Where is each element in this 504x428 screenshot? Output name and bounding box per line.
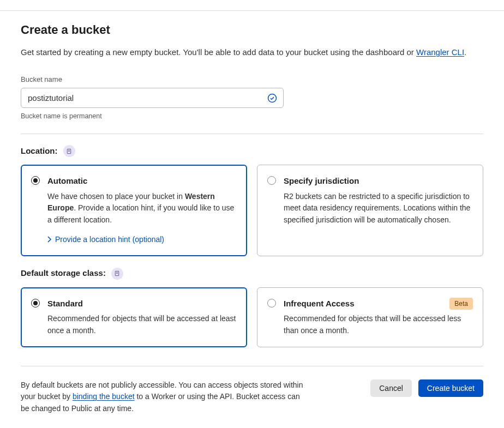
storage-class-label-text: Default storage class: — [21, 267, 106, 280]
storage-option-infrequent[interactable]: Infrequent Access Beta Recommended for o… — [257, 287, 483, 347]
jurisdiction-title: Specify jurisdiction — [284, 175, 359, 188]
chevron-right-icon — [47, 236, 52, 243]
valid-check-icon — [267, 93, 277, 103]
infrequent-desc: Recommended for objects that will be acc… — [284, 313, 473, 336]
storage-class-section-label: Default storage class: — [21, 267, 123, 280]
wrangler-cli-link[interactable]: Wrangler CLI — [416, 47, 464, 57]
location-options-row: Automatic We have chosen to place your b… — [21, 165, 483, 256]
cancel-button[interactable]: Cancel — [370, 379, 412, 397]
binding-bucket-link[interactable]: binding the bucket — [73, 392, 135, 401]
radio-infrequent[interactable] — [267, 299, 276, 308]
footer-text: By default buckets are not publicly acce… — [21, 379, 310, 415]
automatic-body: Automatic We have chosen to place your b… — [47, 175, 237, 246]
svg-point-0 — [268, 94, 277, 102]
bucket-name-helper: Bucket name is permanent — [21, 111, 483, 122]
location-option-jurisdiction[interactable]: Specify jurisdiction R2 buckets can be r… — [257, 165, 483, 256]
storage-class-options-row: Standard Recommended for objects that wi… — [21, 287, 483, 347]
location-hint-text: Provide a location hint (optional) — [55, 234, 164, 245]
intro-prefix: Get started by creating a new empty buck… — [21, 47, 416, 57]
bucket-name-input[interactable] — [21, 88, 284, 108]
infrequent-title: Infrequent Access — [284, 298, 355, 310]
automatic-desc-prefix: We have chosen to place your bucket in — [47, 192, 185, 201]
infrequent-body: Infrequent Access Beta Recommended for o… — [284, 298, 473, 337]
footer-section: By default buckets are not publicly acce… — [21, 366, 483, 415]
radio-automatic[interactable] — [31, 176, 40, 185]
location-label-text: Location: — [21, 145, 58, 158]
standard-desc: Recommended for objects that will be acc… — [47, 313, 237, 336]
automatic-desc-suffix: . Provide a location hint, if you would … — [47, 203, 234, 224]
radio-jurisdiction[interactable] — [267, 176, 276, 185]
bucket-name-input-wrap — [21, 88, 284, 108]
intro-text: Get started by creating a new empty buck… — [21, 46, 483, 59]
page-container: Create a bucket Get started by creating … — [0, 11, 504, 428]
footer-actions: Cancel Create bucket — [370, 379, 483, 397]
bucket-name-label: Bucket name — [21, 74, 483, 85]
beta-badge: Beta — [449, 298, 473, 310]
storage-class-doc-icon[interactable] — [111, 268, 123, 280]
storage-option-standard[interactable]: Standard Recommended for objects that wi… — [21, 287, 247, 347]
location-hint-link[interactable]: Provide a location hint (optional) — [47, 234, 164, 245]
jurisdiction-body: Specify jurisdiction R2 buckets can be r… — [284, 175, 473, 226]
create-bucket-button[interactable]: Create bucket — [418, 379, 483, 397]
page-title: Create a bucket — [21, 21, 483, 39]
top-header-border — [0, 0, 504, 11]
standard-title: Standard — [47, 298, 83, 310]
location-doc-icon[interactable] — [63, 145, 75, 157]
location-section-label: Location: — [21, 145, 75, 158]
radio-standard[interactable] — [31, 299, 40, 308]
location-option-automatic[interactable]: Automatic We have chosen to place your b… — [21, 165, 247, 256]
standard-body: Standard Recommended for objects that wi… — [47, 298, 237, 337]
divider-1 — [21, 134, 483, 134]
automatic-desc: We have chosen to place your bucket in W… — [47, 191, 237, 226]
intro-suffix: . — [464, 47, 466, 57]
jurisdiction-desc: R2 buckets can be restricted to a specif… — [284, 191, 473, 226]
automatic-title: Automatic — [47, 175, 87, 188]
